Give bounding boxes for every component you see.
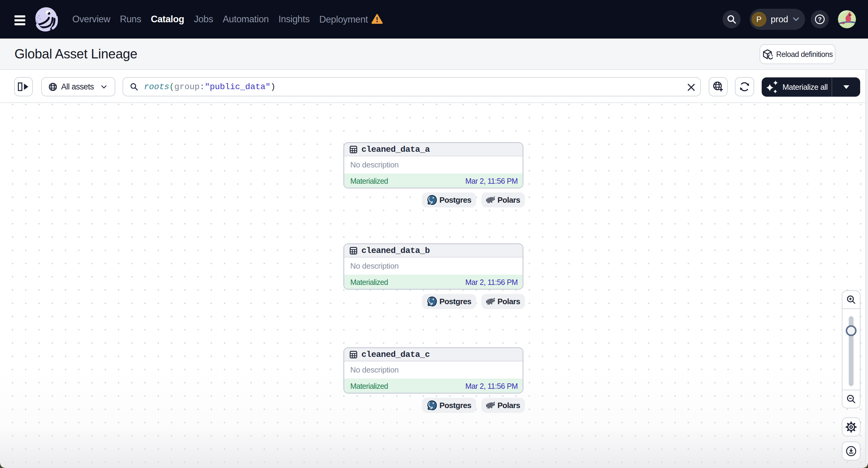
svg-text:?: ? [818, 15, 822, 23]
